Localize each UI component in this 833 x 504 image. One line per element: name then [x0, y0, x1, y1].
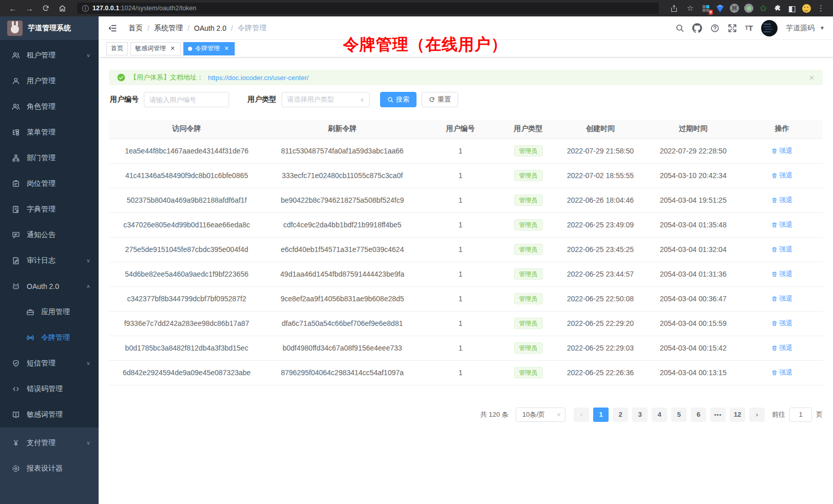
search-button[interactable]: 搜索: [380, 92, 416, 107]
tab-close-icon[interactable]: ✕: [223, 45, 230, 52]
contrast-extension-icon[interactable]: ◧: [786, 3, 798, 14]
sidebar-item-users-2[interactable]: 角色管理: [0, 94, 99, 120]
address-bar[interactable]: i 127.0.0.1:1024/system/oauth2/token: [77, 3, 659, 14]
browser-forward-icon[interactable]: →: [23, 2, 36, 14]
breadcrumb-item[interactable]: 首页: [128, 24, 143, 33]
tab-close-icon[interactable]: ✕: [169, 45, 176, 52]
force-logout-button[interactable]: 强退: [771, 343, 792, 353]
sidebar-item-badge-5[interactable]: 岗位管理: [0, 171, 99, 197]
sidebar-item-users-0[interactable]: 租户管理∨: [0, 43, 99, 68]
alert-close-icon[interactable]: ✕: [809, 74, 815, 82]
breadcrumb-item[interactable]: 系统管理: [154, 24, 183, 33]
share-icon[interactable]: [667, 2, 680, 14]
user-id-input[interactable]: [144, 92, 229, 107]
sidebar-item-org-4[interactable]: 部门管理: [0, 145, 99, 171]
sidebar-item-code-13[interactable]: 错误码管理: [0, 376, 99, 402]
site-info-icon[interactable]: i: [82, 5, 89, 12]
blocks-extension-icon[interactable]: 9: [700, 3, 711, 14]
page-size-select[interactable]: 10条/页 ∨: [516, 408, 565, 422]
breadcrumb-separator: /: [147, 24, 149, 32]
sidebar-item-label: 敏感词管理: [27, 410, 90, 419]
tab-首页[interactable]: 首页: [106, 42, 128, 55]
force-logout-button[interactable]: 强退: [771, 319, 792, 328]
sidebar-item-menu-tree-3[interactable]: 菜单管理: [0, 120, 99, 145]
force-logout-button[interactable]: 强退: [771, 220, 792, 229]
user-menu-caret-icon[interactable]: ▼: [820, 25, 825, 31]
sidebar-item-token-11[interactable]: 令牌管理: [0, 325, 99, 351]
user-avatar[interactable]: [761, 20, 778, 36]
collapse-sidebar-icon[interactable]: [106, 22, 119, 35]
app-logo-row[interactable]: 芋道管理系统: [0, 16, 99, 40]
user-id-cell: 1: [420, 360, 501, 385]
sidebar-item-label: 岗位管理: [27, 179, 90, 188]
table-row: f9336e7c7dd242a283ee98dc86b17a87dfa6c71a…: [109, 311, 823, 336]
sidebar-item-shield-12[interactable]: 短信管理∨: [0, 351, 99, 376]
search-icon[interactable]: [675, 24, 684, 32]
table-row: b0d1785bc3a8482f812db4a3f3bd15ecb0df4980…: [109, 336, 823, 360]
sidebar-item-audit-8[interactable]: 审计日志∨: [0, 248, 99, 274]
sidebar-item-report-16[interactable]: 报表设计器: [0, 456, 99, 481]
sidebar-item-label: 租户管理: [27, 51, 80, 60]
bookmark-star-icon[interactable]: ☆: [684, 2, 697, 14]
access-token-cell: f9336e7c7dd242a283ee98dc86b17a87: [109, 311, 264, 336]
app-title: 芋道管理系统: [28, 24, 71, 33]
token-table: 访问令牌刷新令牌用户编号用户类型创建时间过期时间操作 1ea5e44f8bc14…: [109, 120, 823, 385]
sidebar-item-oauth-9[interactable]: OAuth 2.0∧: [0, 274, 99, 299]
force-logout-button[interactable]: 强退: [771, 368, 792, 377]
pager-more-icon[interactable]: •••: [710, 408, 726, 422]
prev-page-button[interactable]: ‹: [574, 408, 589, 422]
refresh-token-cell: b0df4980ffd34c67a08f9156e4eee733: [264, 336, 420, 360]
help-icon[interactable]: [710, 24, 720, 33]
username[interactable]: 芋道源码: [786, 24, 815, 33]
force-logout-button[interactable]: 强退: [771, 196, 792, 205]
gem-extension-icon[interactable]: [714, 3, 726, 14]
browser-home-icon[interactable]: [55, 2, 69, 14]
force-logout-button[interactable]: 强退: [771, 245, 792, 254]
user-type-select[interactable]: 请选择用户类型 ∨: [281, 92, 370, 107]
create-time-cell: 2022-06-25 22:29:03: [556, 336, 645, 360]
doc-link[interactable]: https://doc.iocoder.cn/user-center/: [208, 74, 309, 82]
tab-令牌管理[interactable]: 令牌管理✕: [183, 42, 235, 55]
fullscreen-icon[interactable]: [728, 24, 737, 33]
sidebar-item-user-1[interactable]: 用户管理: [0, 68, 99, 94]
page-button-3[interactable]: 3: [632, 408, 648, 422]
github-icon[interactable]: [692, 23, 702, 33]
sidebar-item-dictionary-6[interactable]: 字典管理: [0, 197, 99, 222]
browser-reload-icon[interactable]: [39, 2, 52, 14]
font-size-icon[interactable]: TT: [745, 24, 753, 32]
emoji-profile-icon[interactable]: [801, 3, 812, 14]
goto-page-input[interactable]: [789, 408, 812, 422]
page-button-12[interactable]: 12: [730, 408, 745, 422]
command-extension-icon[interactable]: ⌘: [729, 3, 740, 14]
user-type-cell: 管理员: [501, 139, 556, 163]
pagination: 共 120 条 10条/页 ∨ ‹ 123456•••12 › 前往 页: [109, 408, 823, 422]
force-logout-button[interactable]: 强退: [771, 294, 792, 303]
page-button-1[interactable]: 1: [593, 408, 609, 422]
force-logout-button[interactable]: 强退: [771, 171, 792, 180]
browser-menu-icon[interactable]: ⋮: [815, 4, 827, 13]
sidebar-item-pay-15[interactable]: 支付管理∨: [0, 430, 99, 456]
trash-icon: [771, 172, 778, 179]
next-page-button[interactable]: ›: [749, 408, 765, 422]
breadcrumb-item[interactable]: OAuth 2.0: [194, 24, 226, 32]
sidebar-item-app-10[interactable]: 应用管理: [0, 299, 99, 325]
user-type-badge: 管理员: [514, 318, 543, 329]
trash-icon: [771, 246, 778, 253]
force-logout-button[interactable]: 强退: [771, 269, 792, 279]
force-logout-button[interactable]: 强退: [771, 146, 792, 156]
record-extension-icon[interactable]: [743, 3, 754, 14]
browser-back-icon[interactable]: ←: [6, 2, 20, 14]
star-extension-icon[interactable]: ✩: [758, 3, 769, 14]
expire-time-cell: 2054-03-04 19:51:25: [645, 188, 742, 212]
page-button-2[interactable]: 2: [613, 408, 628, 422]
page-button-4[interactable]: 4: [652, 408, 667, 422]
org-icon: [11, 154, 21, 162]
refresh-token-cell: 8796295f04064c2983414cc54af1097a: [264, 360, 420, 385]
extensions-puzzle-icon[interactable]: [772, 3, 783, 14]
page-button-6[interactable]: 6: [691, 408, 706, 422]
tab-敏感词管理[interactable]: 敏感词管理✕: [130, 42, 181, 55]
sidebar-item-announcement-7[interactable]: 通知公告: [0, 222, 99, 248]
page-button-5[interactable]: 5: [671, 408, 687, 422]
reset-button[interactable]: 重置: [422, 92, 458, 107]
sidebar-item-book-14[interactable]: 敏感词管理: [0, 402, 99, 428]
